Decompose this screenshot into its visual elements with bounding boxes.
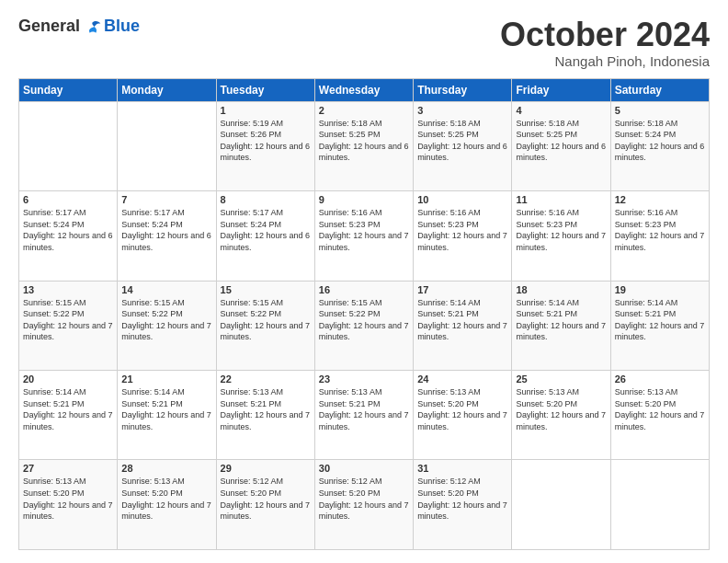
table-row: 29Sunrise: 5:12 AMSunset: 5:20 PMDayligh… <box>216 460 314 550</box>
month-title: October 2024 <box>500 17 710 53</box>
day-number: 5 <box>615 105 705 116</box>
day-number: 14 <box>121 284 211 295</box>
day-number: 13 <box>23 284 113 295</box>
day-number: 12 <box>615 194 705 205</box>
table-row: 27Sunrise: 5:13 AMSunset: 5:20 PMDayligh… <box>19 460 118 550</box>
header-saturday: Saturday <box>610 78 709 101</box>
header-monday: Monday <box>118 78 216 101</box>
logo-blue-text: Blue <box>104 17 140 36</box>
cell-info: Sunrise: 5:13 AMSunset: 5:20 PMDaylight:… <box>417 386 507 432</box>
table-row: 17Sunrise: 5:14 AMSunset: 5:21 PMDayligh… <box>414 281 512 370</box>
title-section: October 2024 Nangah Pinoh, Indonesia <box>500 17 710 69</box>
day-number: 18 <box>516 284 606 295</box>
table-row: 3Sunrise: 5:18 AMSunset: 5:25 PMDaylight… <box>414 101 512 190</box>
table-row <box>19 101 118 190</box>
cell-info: Sunrise: 5:18 AMSunset: 5:25 PMDaylight:… <box>417 118 507 164</box>
cell-info: Sunrise: 5:15 AMSunset: 5:22 PMDaylight:… <box>23 297 113 343</box>
logo-general-text: General <box>18 17 80 36</box>
header-tuesday: Tuesday <box>216 78 314 101</box>
cell-info: Sunrise: 5:14 AMSunset: 5:21 PMDaylight:… <box>417 297 507 343</box>
weekday-header-row: Sunday Monday Tuesday Wednesday Thursday… <box>19 78 710 101</box>
day-number: 10 <box>417 194 507 205</box>
calendar-week-row: 13Sunrise: 5:15 AMSunset: 5:22 PMDayligh… <box>19 281 710 370</box>
cell-info: Sunrise: 5:14 AMSunset: 5:21 PMDaylight:… <box>516 297 606 343</box>
table-row <box>512 460 610 550</box>
table-row: 26Sunrise: 5:13 AMSunset: 5:20 PMDayligh… <box>610 371 709 460</box>
table-row: 21Sunrise: 5:14 AMSunset: 5:21 PMDayligh… <box>118 371 216 460</box>
table-row: 7Sunrise: 5:17 AMSunset: 5:24 PMDaylight… <box>118 191 216 281</box>
cell-info: Sunrise: 5:16 AMSunset: 5:23 PMDaylight:… <box>516 207 606 253</box>
cell-info: Sunrise: 5:16 AMSunset: 5:23 PMDaylight:… <box>319 207 409 253</box>
cell-info: Sunrise: 5:17 AMSunset: 5:24 PMDaylight:… <box>221 207 311 253</box>
day-number: 15 <box>221 284 311 295</box>
day-number: 1 <box>221 105 311 116</box>
day-number: 26 <box>615 373 705 385</box>
header: General Blue October 2024 Nangah Pinoh, … <box>18 17 710 69</box>
table-row: 20Sunrise: 5:14 AMSunset: 5:21 PMDayligh… <box>19 371 118 460</box>
table-row: 14Sunrise: 5:15 AMSunset: 5:22 PMDayligh… <box>118 281 216 370</box>
table-row: 31Sunrise: 5:12 AMSunset: 5:20 PMDayligh… <box>414 460 512 550</box>
logo-bird-icon <box>84 17 102 36</box>
day-number: 28 <box>121 463 211 474</box>
day-number: 30 <box>319 463 409 474</box>
calendar-week-row: 27Sunrise: 5:13 AMSunset: 5:20 PMDayligh… <box>19 460 710 550</box>
table-row: 12Sunrise: 5:16 AMSunset: 5:23 PMDayligh… <box>610 191 709 281</box>
calendar-table: Sunday Monday Tuesday Wednesday Thursday… <box>18 78 710 550</box>
day-number: 31 <box>417 463 507 474</box>
cell-info: Sunrise: 5:17 AMSunset: 5:24 PMDaylight:… <box>23 207 113 253</box>
table-row: 6Sunrise: 5:17 AMSunset: 5:24 PMDaylight… <box>19 191 118 281</box>
day-number: 21 <box>121 373 211 385</box>
table-row <box>118 101 216 190</box>
day-number: 17 <box>417 284 507 295</box>
cell-info: Sunrise: 5:19 AMSunset: 5:26 PMDaylight:… <box>221 118 311 164</box>
day-number: 24 <box>417 373 507 385</box>
table-row: 15Sunrise: 5:15 AMSunset: 5:22 PMDayligh… <box>216 281 314 370</box>
cell-info: Sunrise: 5:14 AMSunset: 5:21 PMDaylight:… <box>23 386 113 432</box>
cell-info: Sunrise: 5:18 AMSunset: 5:24 PMDaylight:… <box>615 118 705 164</box>
cell-info: Sunrise: 5:13 AMSunset: 5:20 PMDaylight:… <box>615 386 705 432</box>
table-row: 23Sunrise: 5:13 AMSunset: 5:21 PMDayligh… <box>314 371 413 460</box>
table-row: 2Sunrise: 5:18 AMSunset: 5:25 PMDaylight… <box>314 101 413 190</box>
day-number: 23 <box>319 373 409 385</box>
table-row: 5Sunrise: 5:18 AMSunset: 5:24 PMDaylight… <box>610 101 709 190</box>
cell-info: Sunrise: 5:12 AMSunset: 5:20 PMDaylight:… <box>221 476 311 522</box>
day-number: 19 <box>615 284 705 295</box>
day-number: 6 <box>23 194 113 205</box>
table-row: 30Sunrise: 5:12 AMSunset: 5:20 PMDayligh… <box>314 460 413 550</box>
header-thursday: Thursday <box>414 78 512 101</box>
page: General Blue October 2024 Nangah Pinoh, … <box>0 0 728 563</box>
cell-info: Sunrise: 5:13 AMSunset: 5:20 PMDaylight:… <box>23 476 113 522</box>
day-number: 3 <box>417 105 507 116</box>
table-row: 22Sunrise: 5:13 AMSunset: 5:21 PMDayligh… <box>216 371 314 460</box>
cell-info: Sunrise: 5:13 AMSunset: 5:20 PMDaylight:… <box>121 476 211 522</box>
day-number: 8 <box>221 194 311 205</box>
cell-info: Sunrise: 5:14 AMSunset: 5:21 PMDaylight:… <box>615 297 705 343</box>
table-row <box>610 460 709 550</box>
header-wednesday: Wednesday <box>314 78 413 101</box>
day-number: 4 <box>516 105 606 116</box>
cell-info: Sunrise: 5:15 AMSunset: 5:22 PMDaylight:… <box>221 297 311 343</box>
cell-info: Sunrise: 5:16 AMSunset: 5:23 PMDaylight:… <box>417 207 507 253</box>
table-row: 1Sunrise: 5:19 AMSunset: 5:26 PMDaylight… <box>216 101 314 190</box>
table-row: 4Sunrise: 5:18 AMSunset: 5:25 PMDaylight… <box>512 101 610 190</box>
table-row: 25Sunrise: 5:13 AMSunset: 5:20 PMDayligh… <box>512 371 610 460</box>
day-number: 29 <box>221 463 311 474</box>
cell-info: Sunrise: 5:13 AMSunset: 5:21 PMDaylight:… <box>221 386 311 432</box>
day-number: 16 <box>319 284 409 295</box>
table-row: 11Sunrise: 5:16 AMSunset: 5:23 PMDayligh… <box>512 191 610 281</box>
header-friday: Friday <box>512 78 610 101</box>
cell-info: Sunrise: 5:13 AMSunset: 5:21 PMDaylight:… <box>319 386 409 432</box>
table-row: 13Sunrise: 5:15 AMSunset: 5:22 PMDayligh… <box>19 281 118 370</box>
table-row: 9Sunrise: 5:16 AMSunset: 5:23 PMDaylight… <box>314 191 413 281</box>
cell-info: Sunrise: 5:18 AMSunset: 5:25 PMDaylight:… <box>319 118 409 164</box>
cell-info: Sunrise: 5:18 AMSunset: 5:25 PMDaylight:… <box>516 118 606 164</box>
day-number: 9 <box>319 194 409 205</box>
cell-info: Sunrise: 5:14 AMSunset: 5:21 PMDaylight:… <box>121 386 211 432</box>
cell-info: Sunrise: 5:15 AMSunset: 5:22 PMDaylight:… <box>121 297 211 343</box>
table-row: 19Sunrise: 5:14 AMSunset: 5:21 PMDayligh… <box>610 281 709 370</box>
table-row: 18Sunrise: 5:14 AMSunset: 5:21 PMDayligh… <box>512 281 610 370</box>
day-number: 20 <box>23 373 113 385</box>
header-sunday: Sunday <box>19 78 118 101</box>
cell-info: Sunrise: 5:15 AMSunset: 5:22 PMDaylight:… <box>319 297 409 343</box>
day-number: 11 <box>516 194 606 205</box>
